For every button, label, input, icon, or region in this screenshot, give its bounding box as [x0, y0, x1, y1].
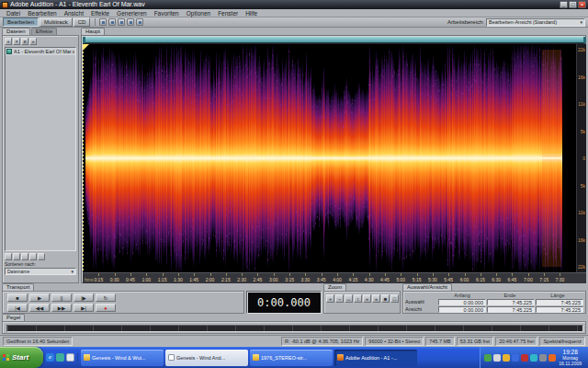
- selection-col-header: Anfang: [438, 293, 486, 298]
- options-icon[interactable]: »: [29, 38, 37, 45]
- files-panel-toolbar: + × ≡ »: [5, 38, 37, 45]
- tab-pegel[interactable]: Pegel: [2, 314, 25, 321]
- selection-value-field[interactable]: 0:00.000: [438, 299, 486, 305]
- status-segment: R: -60.1 dB @ 4:36.705, 1023 Hz: [281, 337, 363, 346]
- selection-value-field[interactable]: 7:45.225: [487, 306, 535, 313]
- menu-item-optionen[interactable]: Optionen: [183, 10, 214, 17]
- transport-rewind-button[interactable]: ◀◀: [29, 304, 50, 312]
- taskbar-button[interactable]: 1976_STEREO-str...: [250, 350, 333, 366]
- view-button-cd[interactable]: CD: [74, 17, 91, 27]
- tab-dateien[interactable]: Dateien: [2, 28, 30, 35]
- files-filter-icon[interactable]: [5, 253, 12, 260]
- tray-icon[interactable]: [521, 354, 528, 362]
- insert-multitrack-icon[interactable]: ≡: [21, 38, 28, 45]
- overview-scrollbar[interactable]: [83, 37, 586, 43]
- screen: Adobe Audition - A1 - Eleventh Earl Of M…: [0, 0, 588, 368]
- menu-item-hilfe[interactable]: Hilfe: [242, 10, 261, 17]
- level-meter[interactable]: [6, 325, 583, 332]
- frequency-label: 11k: [578, 102, 585, 107]
- status-segment: Spektralfrequenz: [539, 337, 585, 346]
- files-filter-icon[interactable]: [29, 253, 37, 260]
- zoom-horizontal-button[interactable]: ↔: [345, 294, 353, 303]
- menu-item-datei[interactable]: Datei: [3, 10, 24, 17]
- taskbar-clock[interactable]: 19:28 Montag 16.11.2009: [558, 350, 584, 366]
- files-filter-icon[interactable]: [38, 253, 45, 260]
- selection-value-field[interactable]: 7:45.225: [487, 299, 535, 305]
- tray-icon[interactable]: [484, 354, 492, 362]
- maximize-button[interactable]: □: [569, 1, 577, 8]
- tab-effekte[interactable]: Effekte: [31, 28, 58, 35]
- toolbar-icon[interactable]: [136, 18, 143, 26]
- toolbar-icon[interactable]: [99, 18, 107, 26]
- sort-dropdown[interactable]: Dateiname ▾: [5, 268, 76, 275]
- transport-pause-button[interactable]: ||: [51, 293, 72, 302]
- file-list-item[interactable]: A1 - Eleventh Earl Of Mar.wav: [6, 48, 75, 55]
- toolbar-icon[interactable]: [127, 18, 134, 26]
- status-segment: Geöffnet in 16.40 Sekunden: [3, 337, 73, 346]
- time-readout[interactable]: 0:00.000: [257, 296, 311, 309]
- tray-icon[interactable]: [493, 354, 501, 362]
- view-button-bearbeiten[interactable]: Bearbeiten: [3, 17, 39, 27]
- selection-value-field[interactable]: 7:45.225: [536, 299, 583, 305]
- menu-item-effekte[interactable]: Effekte: [87, 10, 113, 17]
- zoom-vertical-button[interactable]: ↕: [354, 294, 362, 303]
- timeline-label: 4:00: [333, 277, 342, 282]
- tab-zoom[interactable]: Zoom: [323, 283, 346, 291]
- menu-item-bearbeiten[interactable]: Bearbeiten: [24, 10, 60, 17]
- tray-icon[interactable]: [530, 354, 537, 362]
- volume-icon[interactable]: [548, 354, 556, 362]
- tab-auswahl-ansicht[interactable]: Auswahl/Ansicht: [402, 283, 452, 291]
- frequency-ruler[interactable]: 22k16k11k5k05k11k16k22k: [576, 44, 586, 272]
- zoom-in-button[interactable]: +: [326, 294, 334, 303]
- selection-value-field[interactable]: 0:00.000: [438, 306, 486, 313]
- transport-play-looped-button[interactable]: ↻: [96, 293, 116, 302]
- import-file-icon[interactable]: +: [5, 38, 12, 45]
- menu-item-ansicht[interactable]: Ansicht: [61, 10, 87, 17]
- toolbar-icon[interactable]: [108, 18, 116, 26]
- transport-play-from-cursor-button[interactable]: |▶: [74, 293, 94, 302]
- zoom-to-left-edge-button[interactable]: «: [363, 294, 371, 303]
- close-file-icon[interactable]: ×: [13, 38, 20, 45]
- workspace-dropdown[interactable]: Bearbeiten-Ansicht (Standard) ▾: [486, 18, 585, 27]
- zoom-full-button[interactable]: □: [390, 294, 399, 303]
- transport-play-button[interactable]: ▶: [29, 293, 50, 302]
- internet-explorer-icon[interactable]: e: [46, 353, 54, 362]
- tray-icon[interactable]: [539, 354, 547, 362]
- taskbar-button[interactable]: Genesis - Wind & Wut...: [81, 350, 164, 366]
- menu-item-fenster[interactable]: Fenster: [214, 10, 242, 17]
- spectrogram-canvas[interactable]: [83, 44, 576, 272]
- selection-value-field[interactable]: 7:45.225: [536, 306, 583, 313]
- view-button-multitrack[interactable]: Multitrack: [40, 17, 73, 27]
- close-button[interactable]: ×: [578, 1, 586, 8]
- transport-go-to-end-button[interactable]: ▶|: [74, 304, 94, 312]
- start-button[interactable]: Start: [0, 347, 43, 368]
- menu-item-favoriten[interactable]: Favoriten: [151, 10, 183, 17]
- transport-record-button[interactable]: ●: [96, 304, 116, 312]
- time-display-panel: 0:00.000: [246, 291, 322, 314]
- overview-left-handle[interactable]: [83, 37, 85, 43]
- window-title: Adobe Audition - A1 - Eleventh Earl Of M…: [10, 0, 560, 9]
- taskbar-button[interactable]: Adobe Audition - A1 -...: [334, 350, 417, 366]
- quicklaunch-icon[interactable]: [56, 353, 64, 362]
- toolbar: BearbeitenMultitrackCD Arbeitsbereich: B…: [0, 17, 588, 28]
- taskbar-button[interactable]: Genesis - Wind And...: [165, 350, 248, 366]
- files-filter-icon[interactable]: [21, 253, 28, 260]
- minimize-button[interactable]: _: [560, 1, 568, 8]
- tray-icon[interactable]: [503, 354, 510, 362]
- show-desktop-icon[interactable]: [66, 353, 74, 362]
- tab-transport[interactable]: Transport: [2, 283, 34, 291]
- zoom-to-right-edge-button[interactable]: »: [372, 294, 380, 303]
- toolbar-icon[interactable]: [118, 18, 125, 26]
- timeline-label: 1:15: [158, 277, 167, 282]
- files-filter-icon[interactable]: [13, 253, 20, 260]
- tray-icon[interactable]: [512, 354, 519, 362]
- tab-haupt[interactable]: Haupt: [81, 28, 105, 35]
- transport-go-to-start-button[interactable]: |◀: [7, 304, 28, 312]
- timeline-ruler[interactable]: hms 0:150:300:451:001:151:301:452:002:15…: [83, 272, 586, 283]
- menu-item-generieren[interactable]: Generieren: [113, 10, 151, 17]
- zoom-out-button[interactable]: −: [335, 294, 344, 303]
- transport-fast-forward-button[interactable]: ▶▶: [51, 304, 72, 312]
- overview-right-handle[interactable]: [583, 37, 586, 43]
- transport-stop-button[interactable]: ■: [7, 293, 28, 302]
- zoom-to-selection-button[interactable]: ■: [381, 294, 390, 303]
